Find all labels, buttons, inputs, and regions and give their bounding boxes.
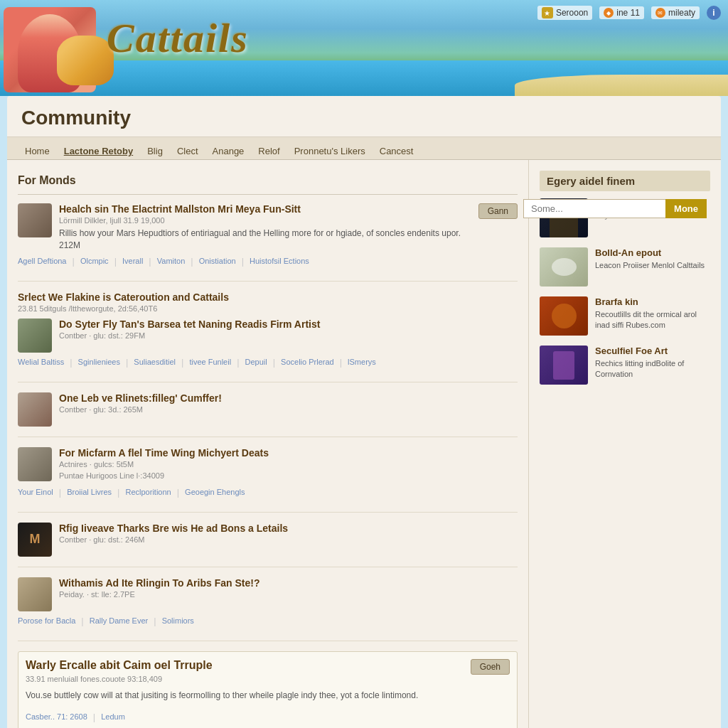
- sidebar-item-content: Brarfa kin Recoutlills dit the ormical a…: [595, 296, 710, 331]
- for-monds-header: For Monds: [18, 171, 518, 195]
- post-meta: Contber · glu: 3d.: 265M: [59, 405, 518, 414]
- post-tag[interactable]: Broiial Livres: [67, 488, 112, 496]
- tab-anange[interactable]: Anange: [205, 143, 252, 159]
- tab-lactone[interactable]: Lactone Retoby: [57, 143, 141, 159]
- sidebar-header: Egery aidel finem: [540, 171, 710, 191]
- game-title: Cattails: [107, 14, 249, 62]
- post-tag[interactable]: Your Einol: [18, 488, 53, 496]
- tab-pronnetu[interactable]: Pronnetu's Likers: [287, 143, 373, 159]
- sidebar-item-content: Seculfiel Foe Art Rechics litting indBol…: [595, 346, 710, 380]
- sidebar-item-title[interactable]: Bolld-An epout: [595, 247, 710, 258]
- post-tag[interactable]: Socelio Prlerad: [281, 358, 334, 366]
- sidebar-item: Brarfa kin Recoutlills dit the ormical a…: [540, 296, 710, 336]
- avatar: [18, 203, 52, 237]
- post-title[interactable]: For Micfarm A flel Time Wing Michyert De…: [59, 447, 518, 459]
- content-layout: For Monds Gann Healch sin The Elactrint …: [7, 160, 721, 728]
- post-title[interactable]: Withamis Ad Ite Rlingin To Aribs Fan Ste…: [59, 577, 518, 589]
- post-tag[interactable]: Suliaesditiel: [134, 358, 176, 366]
- post-tag[interactable]: Rally Dame Ever: [90, 616, 149, 625]
- sidebar: Egery aidel finem Rhchora l Bocls to Fat…: [529, 160, 721, 728]
- tab-blig[interactable]: Blig: [140, 143, 170, 159]
- search-bar: Mone: [523, 199, 707, 218]
- sidebar-item-desc: Rechics litting indBolite of Cornvation: [595, 358, 710, 380]
- post-tag[interactable]: Olcmpic: [80, 257, 109, 265]
- post-tag[interactable]: Solimiors: [162, 616, 194, 625]
- page-title: Community: [7, 96, 721, 137]
- post-meta: Contber · glu: dst.: 29FM: [59, 331, 518, 340]
- post-header: Healch sin The Elactrint Mallston Mri Me…: [18, 203, 478, 252]
- user-mail-name: mileaty: [668, 8, 695, 18]
- post-item: Srlect We Flakine is Cateroution and Cat…: [18, 291, 518, 382]
- post-title[interactable]: Rfig Iiveave Tharks Bre wis He ad Bons a…: [59, 523, 518, 534]
- post-title[interactable]: Do Syter Fly Tan's Barsea tet Naning Rea…: [59, 318, 518, 330]
- tab-relof[interactable]: Relof: [251, 143, 287, 159]
- avatar: [18, 577, 52, 611]
- post-header: M Rfig Iiveave Tharks Bre wis He ad Bons…: [18, 523, 518, 557]
- main-column: For Monds Gann Healch sin The Elactrint …: [7, 160, 529, 728]
- post-tag[interactable]: Depuil: [245, 358, 267, 366]
- post-meta: Lörmill Dilkler, ljull 31.9 19,000: [59, 216, 478, 225]
- avatar: M: [18, 523, 52, 557]
- post-tags: Your Einol | Broiial Livres | Reclporiti…: [18, 483, 518, 502]
- post-item: One Leb ve Rlinets:filleg' Cumffer! Cont…: [18, 392, 518, 437]
- post-body: For Micfarm A flel Time Wing Michyert De…: [59, 447, 518, 483]
- post-tag[interactable]: Porose for Bacla: [18, 616, 75, 625]
- user-serooon-name: Serooon: [556, 8, 588, 18]
- post-item: Withamis Ad Ite Rlingin To Aribs Fan Ste…: [18, 577, 518, 641]
- sidebar-item-content: Bolld-An epout Leacon Proiiser Menlol Ca…: [595, 247, 710, 271]
- user-mail[interactable]: ✉ mileaty: [651, 6, 700, 19]
- post-tag[interactable]: lSmerys: [348, 358, 376, 366]
- user-serooon[interactable]: ★ Serooon: [537, 6, 592, 20]
- post-item: Gann Healch sin The Elactrint Mallston M…: [18, 203, 518, 282]
- user-currency[interactable]: ◆ ine 11: [599, 6, 644, 19]
- post-header: Do Syter Fly Tan's Barsea tet Naning Rea…: [18, 318, 518, 353]
- avatar: [18, 447, 52, 481]
- gann-button[interactable]: Gann: [478, 203, 518, 219]
- post-tags: Agell Deftiona | Olcmpic | Iverall | Vam…: [18, 252, 518, 271]
- post-tags: Welial Baltiss | Sginlieniees | Suliaesd…: [18, 353, 518, 372]
- post-tags: Porose for Bacla | Rally Dame Ever | Sol…: [18, 611, 518, 631]
- post-body: Healch sin The Elactrint Mallston Mri Me…: [59, 203, 478, 252]
- sidebar-item-desc: Leacon Proiiser Menlol Calttails: [595, 260, 710, 271]
- post-body: Withamis Ad Ite Rlingin To Aribs Fan Ste…: [59, 577, 518, 601]
- post-tag[interactable]: Geoegin Ehengls: [185, 488, 245, 496]
- post-tag[interactable]: Ledum: [101, 712, 125, 721]
- avatar: [18, 392, 52, 427]
- currency-icon: ◆: [604, 8, 614, 18]
- nav-tabs: Home Lactone Retoby Blig Clect Anange Re…: [7, 137, 721, 160]
- sidebar-item: Seculfiel Foe Art Rechics litting indBol…: [540, 346, 710, 385]
- tab-cancest[interactable]: Cancest: [373, 143, 421, 159]
- post-tag[interactable]: Vamiton: [157, 257, 186, 265]
- top-user-bar: ★ Serooon ◆ ine 11 ✉ mileaty i: [537, 6, 721, 20]
- sidebar-thumbnail: [540, 247, 588, 287]
- post-title[interactable]: Srlect We Flakine is Cateroution and Cat…: [18, 291, 518, 303]
- post-meta2: Puntae Hurigoos Line l·:34009: [59, 471, 518, 480]
- post-title[interactable]: One Leb ve Rlinets:filleg' Cumffer!: [59, 392, 518, 404]
- post-tag[interactable]: Agell Deftiona: [18, 257, 67, 265]
- sidebar-item-title[interactable]: Seculfiel Foe Art: [595, 346, 710, 356]
- mail-icon: ✉: [655, 8, 665, 18]
- post-tag[interactable]: Sginlieniees: [78, 358, 120, 366]
- tab-clect[interactable]: Clect: [170, 143, 205, 159]
- search-button[interactable]: Mone: [665, 199, 707, 218]
- post-tag[interactable]: Casber.. 71: 2608: [26, 712, 87, 721]
- post-meta: Peiday. · st: lle: 2.7PE: [59, 590, 518, 599]
- large-post-title[interactable]: Warly Ercalle abit Caim oel Trruple: [26, 659, 510, 672]
- post-meta: Contber · glu: dst.: 246M: [59, 535, 518, 544]
- large-post: Goeh Warly Ercalle abit Caim oel Trruple…: [18, 651, 518, 728]
- post-tag[interactable]: Huistofsil Ections: [250, 257, 309, 265]
- post-title[interactable]: Healch sin The Elactrint Mallston Mri Me…: [59, 203, 478, 215]
- user-currency-name: ine 11: [616, 8, 640, 18]
- info-button[interactable]: i: [707, 6, 721, 20]
- post-tag[interactable]: Reclporitionn: [126, 488, 171, 496]
- post-tag[interactable]: Iverall: [122, 257, 143, 265]
- post-tag[interactable]: Onistiation: [199, 257, 236, 265]
- post-meta: Actnires · gulcs: 5t5M: [59, 460, 518, 469]
- sidebar-item-title[interactable]: Brarfa kin: [595, 296, 710, 307]
- search-input[interactable]: [523, 199, 665, 218]
- post-tag[interactable]: Welial Baltiss: [18, 358, 64, 366]
- tab-home[interactable]: Home: [18, 143, 57, 159]
- gold-icon: ★: [542, 7, 553, 18]
- goeh-button[interactable]: Goeh: [471, 659, 510, 675]
- post-tag[interactable]: tivee Funleil: [189, 358, 231, 366]
